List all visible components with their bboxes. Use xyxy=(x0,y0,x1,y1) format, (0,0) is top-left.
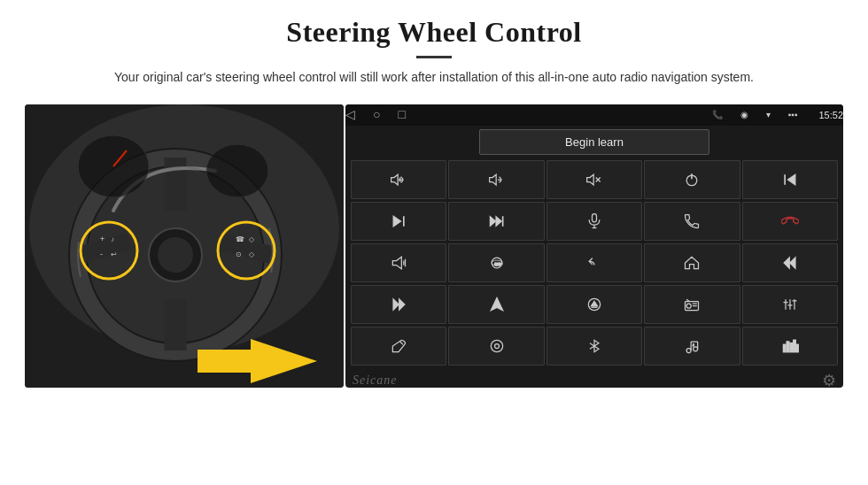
title-divider xyxy=(416,56,452,58)
recents-button[interactable]: □ xyxy=(398,108,405,122)
grid-area: Begin learn xyxy=(345,126,843,369)
content-section: + ♪ - ↩ ☎ ◇ ⊙ ◇ ◁ ○ □ xyxy=(0,96,868,485)
equalizer-button[interactable] xyxy=(742,285,838,324)
360-camera-button[interactable]: 360° xyxy=(448,243,544,282)
svg-point-75 xyxy=(694,347,698,351)
svg-text:☎: ☎ xyxy=(236,235,244,243)
svg-marker-29 xyxy=(489,175,496,186)
svg-rect-25 xyxy=(198,350,252,373)
steering-wheel-image: + ♪ - ↩ ☎ ◇ ⊙ ◇ xyxy=(25,104,344,388)
audio-bars-button[interactable] xyxy=(742,327,838,366)
svg-marker-38 xyxy=(393,217,400,227)
svg-marker-40 xyxy=(490,217,495,226)
home-screen-button[interactable] xyxy=(644,243,740,282)
vol-down-button[interactable] xyxy=(448,160,544,199)
fast-forward-button[interactable] xyxy=(448,202,544,241)
eject-button[interactable] xyxy=(546,285,642,324)
home-button[interactable]: ○ xyxy=(373,108,380,122)
svg-point-61 xyxy=(687,304,692,309)
svg-marker-58 xyxy=(592,302,598,306)
svg-marker-54 xyxy=(393,300,399,311)
hang-up-button[interactable] xyxy=(742,202,838,241)
icon-row-5: ♪ xyxy=(351,327,838,366)
watermark-row: Seicane ⚙ xyxy=(345,369,843,388)
svg-rect-81 xyxy=(787,342,789,352)
signal-status-icon: ▪▪▪ xyxy=(788,110,798,119)
svg-text:◇: ◇ xyxy=(249,235,255,243)
back-button[interactable]: ◁ xyxy=(345,107,355,122)
svg-marker-55 xyxy=(399,300,405,311)
svg-marker-52 xyxy=(790,258,795,269)
microphone-button[interactable] xyxy=(546,202,642,241)
call-button[interactable] xyxy=(644,202,740,241)
svg-point-74 xyxy=(687,349,692,353)
subtitle: Your original car's steering wheel contr… xyxy=(97,67,771,87)
svg-line-71 xyxy=(400,342,403,344)
svg-rect-82 xyxy=(790,343,793,352)
mute-button[interactable] xyxy=(546,160,642,199)
page-wrapper: Steering Wheel Control Your original car… xyxy=(0,0,868,485)
nav-bar: ◁ ○ □ 📞 ◉ ▾ ▪▪▪ 15:52 xyxy=(345,104,843,126)
svg-text:↩: ↩ xyxy=(111,250,117,258)
svg-rect-80 xyxy=(783,345,786,352)
svg-text:♪: ♪ xyxy=(693,343,694,347)
pen-button[interactable] xyxy=(351,327,446,366)
svg-marker-56 xyxy=(491,298,502,311)
svg-marker-46 xyxy=(393,258,402,269)
android-screen: ◁ ○ □ 📞 ◉ ▾ ▪▪▪ 15:52 Begin learn xyxy=(345,104,843,388)
music-button[interactable]: ♪ xyxy=(644,327,740,366)
svg-rect-84 xyxy=(796,345,799,352)
settings-circle-button[interactable] xyxy=(448,327,544,366)
svg-marker-31 xyxy=(587,175,594,186)
svg-marker-53 xyxy=(784,258,789,269)
horn-button[interactable] xyxy=(351,243,446,282)
wifi-status-icon: ▾ xyxy=(766,110,771,119)
begin-learn-row: Begin learn xyxy=(351,129,838,155)
svg-rect-83 xyxy=(794,341,796,352)
svg-text:+: + xyxy=(100,235,105,243)
svg-text:♪: ♪ xyxy=(111,235,114,243)
gear-icon[interactable]: ⚙ xyxy=(822,371,836,388)
svg-text:-: - xyxy=(100,250,103,258)
svg-point-12 xyxy=(206,144,268,197)
svg-point-72 xyxy=(491,341,502,352)
status-time: 15:52 xyxy=(818,110,843,120)
header-section: Steering Wheel Control Your original car… xyxy=(0,0,868,96)
icon-row-1 xyxy=(351,160,838,199)
phone-status-icon: 📞 xyxy=(712,110,723,119)
location-status-icon: ◉ xyxy=(740,110,748,119)
vol-up-button[interactable] xyxy=(351,160,446,199)
svg-marker-26 xyxy=(391,175,399,186)
svg-point-73 xyxy=(494,344,499,349)
svg-text:◇: ◇ xyxy=(249,250,255,258)
svg-marker-36 xyxy=(787,175,794,186)
skip-forward-button[interactable] xyxy=(351,202,446,241)
page-title: Steering Wheel Control xyxy=(53,16,815,49)
navigation-button[interactable] xyxy=(448,285,544,324)
radio-button[interactable] xyxy=(644,285,740,324)
svg-rect-43 xyxy=(592,214,596,222)
svg-point-9 xyxy=(158,237,193,273)
icon-row-3: 360° xyxy=(351,243,838,282)
svg-text:⊙: ⊙ xyxy=(236,250,242,258)
bluetooth-button[interactable] xyxy=(546,327,642,366)
icon-row-2 xyxy=(351,202,838,241)
power-button[interactable] xyxy=(644,160,740,199)
next-chapter-button[interactable] xyxy=(351,285,446,324)
icon-row-4 xyxy=(351,285,838,324)
undo-button[interactable] xyxy=(546,243,642,282)
prev-track-button[interactable] xyxy=(742,160,838,199)
svg-marker-41 xyxy=(496,217,501,226)
skip-to-start-button[interactable] xyxy=(742,243,838,282)
seicane-watermark: Seicane xyxy=(353,373,398,388)
svg-text:360°: 360° xyxy=(494,263,502,267)
begin-learn-button[interactable]: Begin learn xyxy=(479,129,709,155)
